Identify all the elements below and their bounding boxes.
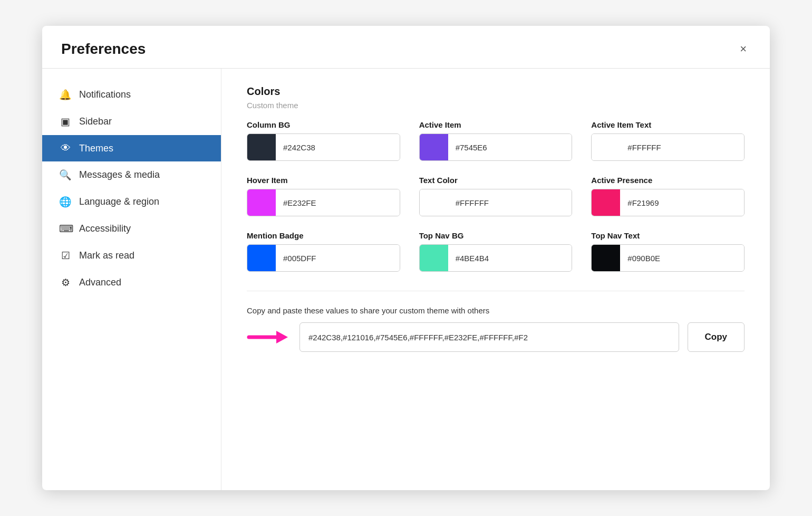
- sidebar-item-messages-media[interactable]: 🔍Messages & media: [42, 161, 221, 188]
- arrow-indicator: [247, 328, 289, 347]
- color-label-mention-badge: Mention Badge: [247, 231, 400, 240]
- color-item-top-nav-text: Top Nav Text: [591, 231, 745, 272]
- color-input-row-active-item: [419, 133, 573, 161]
- color-input-row-active-item-text: [591, 133, 745, 161]
- share-input[interactable]: [299, 322, 679, 352]
- color-input-row-mention-badge: [247, 244, 400, 272]
- color-input-row-active-presence: [591, 189, 745, 216]
- color-value-input-top-nav-text[interactable]: [620, 245, 744, 271]
- accessibility-icon: ⌨: [59, 223, 72, 235]
- sidebar-item-label-notifications: Notifications: [79, 89, 131, 100]
- sidebar-item-label-themes: Themes: [79, 143, 113, 154]
- color-item-active-item-text: Active Item Text: [591, 120, 745, 161]
- color-swatch-active-presence[interactable]: [592, 189, 620, 216]
- sidebar-item-label-sidebar: Sidebar: [79, 116, 112, 127]
- sidebar-item-mark-as-read[interactable]: ☑Mark as read: [42, 242, 221, 269]
- sidebar-nav: 🔔Notifications▣Sidebar👁Themes🔍Messages &…: [42, 69, 221, 490]
- color-label-text-color: Text Color: [419, 176, 573, 185]
- color-value-input-mention-badge[interactable]: [276, 245, 400, 271]
- color-swatch-top-nav-bg[interactable]: [420, 245, 448, 271]
- sidebar-icon: ▣: [59, 116, 72, 128]
- color-label-active-presence: Active Presence: [591, 176, 745, 185]
- color-input-row-top-nav-text: [591, 244, 745, 272]
- color-input-row-column-bg: [247, 133, 400, 161]
- color-label-top-nav-text: Top Nav Text: [591, 231, 745, 240]
- sidebar-item-language-region[interactable]: 🌐Language & region: [42, 188, 221, 215]
- sidebar-item-label-language-region: Language & region: [79, 196, 159, 207]
- preferences-modal: Preferences × 🔔Notifications▣Sidebar👁The…: [42, 26, 770, 490]
- color-item-column-bg: Column BG: [247, 120, 400, 161]
- color-value-input-active-item[interactable]: [448, 134, 572, 160]
- color-swatch-active-item[interactable]: [420, 134, 448, 160]
- sidebar-item-label-messages-media: Messages & media: [79, 169, 160, 180]
- colors-grid: Column BGActive ItemActive Item TextHove…: [247, 120, 745, 272]
- language-region-icon: 🌐: [59, 196, 72, 208]
- sidebar-item-themes[interactable]: 👁Themes: [42, 135, 221, 161]
- svg-marker-0: [276, 331, 288, 343]
- color-item-top-nav-bg: Top Nav BG: [419, 231, 573, 272]
- color-swatch-mention-badge[interactable]: [247, 245, 276, 271]
- color-value-input-active-presence[interactable]: [620, 189, 744, 216]
- color-label-top-nav-bg: Top Nav BG: [419, 231, 573, 240]
- messages-media-icon: 🔍: [59, 169, 72, 181]
- color-item-active-presence: Active Presence: [591, 176, 745, 216]
- advanced-icon: ⚙: [59, 276, 72, 289]
- color-item-mention-badge: Mention Badge: [247, 231, 400, 272]
- color-input-row-top-nav-bg: [419, 244, 573, 272]
- sidebar-item-label-mark-as-read: Mark as read: [79, 250, 134, 261]
- sidebar-item-notifications[interactable]: 🔔Notifications: [42, 81, 221, 108]
- color-item-hover-item: Hover Item: [247, 176, 400, 216]
- share-row: Copy: [247, 322, 745, 352]
- sidebar-item-label-advanced: Advanced: [79, 277, 121, 288]
- content-area: Colors Custom theme Column BGActive Item…: [221, 69, 770, 490]
- color-value-input-text-color[interactable]: [448, 189, 572, 216]
- custom-theme-label: Custom theme: [247, 101, 745, 110]
- mark-as-read-icon: ☑: [59, 250, 72, 262]
- color-input-row-hover-item: [247, 189, 400, 216]
- section-title: Colors: [247, 85, 745, 98]
- color-item-text-color: Text Color: [419, 176, 573, 216]
- modal-title: Preferences: [61, 41, 146, 58]
- color-swatch-text-color[interactable]: [420, 189, 448, 216]
- share-label: Copy and paste these values to share you…: [247, 306, 745, 315]
- color-value-input-column-bg[interactable]: [276, 134, 400, 160]
- notifications-icon: 🔔: [59, 89, 72, 101]
- sidebar-item-accessibility[interactable]: ⌨Accessibility: [42, 215, 221, 242]
- color-label-active-item-text: Active Item Text: [591, 120, 745, 129]
- color-value-input-active-item-text[interactable]: [620, 134, 744, 160]
- color-item-active-item: Active Item: [419, 120, 573, 161]
- sidebar-item-label-accessibility: Accessibility: [79, 223, 131, 234]
- color-swatch-hover-item[interactable]: [247, 189, 276, 216]
- themes-icon: 👁: [59, 142, 72, 154]
- color-value-input-hover-item[interactable]: [276, 189, 400, 216]
- close-button[interactable]: ×: [736, 41, 751, 57]
- themes-section: Colors Custom theme Column BGActive Item…: [247, 69, 745, 352]
- copy-button[interactable]: Copy: [688, 322, 745, 352]
- color-label-column-bg: Column BG: [247, 120, 400, 129]
- color-value-input-top-nav-bg[interactable]: [448, 245, 572, 271]
- color-swatch-top-nav-text[interactable]: [592, 245, 620, 271]
- color-swatch-active-item-text[interactable]: [592, 134, 620, 160]
- share-section: Copy and paste these values to share you…: [247, 291, 745, 352]
- color-input-row-text-color: [419, 189, 573, 216]
- modal-body: 🔔Notifications▣Sidebar👁Themes🔍Messages &…: [42, 69, 770, 490]
- color-swatch-column-bg[interactable]: [247, 134, 276, 160]
- color-label-active-item: Active Item: [419, 120, 573, 129]
- color-label-hover-item: Hover Item: [247, 176, 400, 185]
- modal-header: Preferences ×: [42, 26, 770, 69]
- sidebar-item-sidebar[interactable]: ▣Sidebar: [42, 108, 221, 135]
- sidebar-item-advanced[interactable]: ⚙Advanced: [42, 269, 221, 296]
